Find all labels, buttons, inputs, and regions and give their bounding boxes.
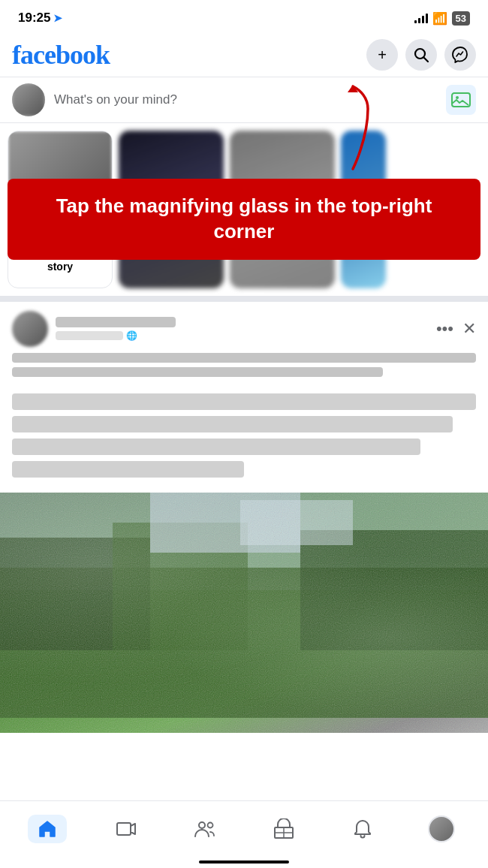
battery-indicator: 53 bbox=[452, 11, 470, 26]
post-card: 🌐 ••• ✕ bbox=[0, 302, 488, 733]
messenger-button[interactable] bbox=[444, 39, 476, 71]
instruction-banner: Tap the magnifying glass in the top-righ… bbox=[8, 179, 480, 260]
post-text-preview bbox=[0, 353, 488, 387]
post-more-button[interactable]: ••• bbox=[436, 319, 453, 339]
bottom-nav bbox=[0, 800, 488, 868]
svg-line-1 bbox=[424, 58, 429, 62]
wifi-icon: 📶 bbox=[432, 11, 447, 26]
photo-icon bbox=[451, 90, 471, 110]
post-prompt-bar[interactable]: What's on your mind? bbox=[0, 77, 488, 123]
svg-point-3 bbox=[456, 96, 459, 99]
video-icon bbox=[116, 818, 137, 839]
post-close-button[interactable]: ✕ bbox=[462, 319, 476, 339]
messenger-icon bbox=[452, 47, 468, 63]
user-avatar bbox=[12, 83, 45, 116]
instruction-text: Tap the magnifying glass in the top-righ… bbox=[26, 194, 462, 245]
app-header: facebook + bbox=[0, 33, 488, 77]
facebook-logo: facebook bbox=[12, 39, 110, 71]
svg-point-13 bbox=[199, 822, 205, 828]
home-icon bbox=[37, 818, 58, 839]
marketplace-icon bbox=[273, 818, 294, 839]
svg-point-14 bbox=[207, 822, 212, 827]
post-author-name bbox=[56, 317, 176, 327]
header-actions: + bbox=[366, 39, 476, 71]
profile-avatar bbox=[428, 815, 455, 842]
nav-video[interactable] bbox=[100, 810, 152, 848]
status-time: 19:25 ➤ bbox=[18, 11, 62, 26]
nav-marketplace[interactable] bbox=[258, 810, 310, 848]
signal-strength bbox=[414, 13, 428, 23]
post-text-body bbox=[0, 387, 488, 493]
bell-icon bbox=[352, 818, 373, 839]
nav-profile[interactable] bbox=[415, 810, 468, 848]
nav-notifications[interactable] bbox=[336, 810, 389, 848]
time-display: 19:25 bbox=[18, 11, 50, 26]
post-actions: ••• ✕ bbox=[436, 319, 476, 339]
nav-home[interactable] bbox=[21, 810, 74, 848]
search-button[interactable] bbox=[405, 39, 437, 71]
svg-rect-12 bbox=[117, 823, 131, 835]
instruction-arrow bbox=[327, 79, 379, 179]
add-photo-button[interactable] bbox=[446, 85, 476, 115]
post-meta: 🌐 bbox=[56, 317, 429, 341]
add-button[interactable]: + bbox=[366, 39, 398, 71]
people-icon bbox=[193, 818, 217, 839]
nav-people[interactable] bbox=[179, 810, 231, 848]
location-icon: ➤ bbox=[53, 12, 62, 24]
post-author-avatar bbox=[12, 311, 48, 347]
home-indicator bbox=[199, 860, 289, 863]
post-image bbox=[0, 493, 488, 733]
post-header: 🌐 ••• ✕ bbox=[0, 302, 488, 353]
post-prompt-text[interactable]: What's on your mind? bbox=[54, 92, 437, 107]
status-icons: 📶 53 bbox=[414, 11, 470, 26]
search-icon bbox=[413, 47, 429, 63]
post-globe-icon: 🌐 bbox=[126, 330, 137, 341]
status-bar: 19:25 ➤ 📶 53 bbox=[0, 0, 488, 33]
post-time bbox=[56, 331, 123, 340]
